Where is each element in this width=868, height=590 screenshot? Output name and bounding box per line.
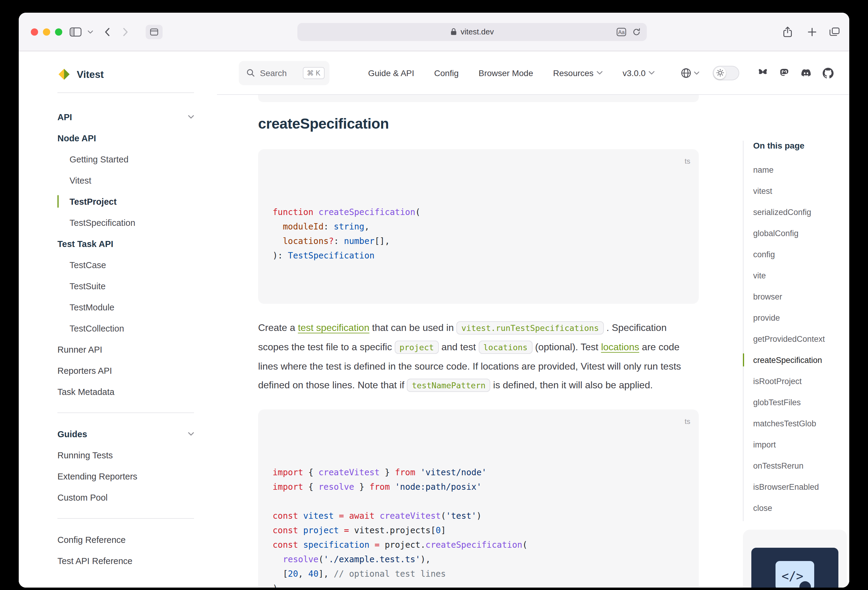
outline-item-isbrowserenabled[interactable]: isBrowserEnabled	[743, 477, 849, 497]
sidebar-item-label: TestCase	[69, 260, 106, 270]
outline-item-config[interactable]: config	[743, 244, 849, 265]
nav-link-v3-0-0[interactable]: v3.0.0	[623, 68, 655, 78]
outline-item-name[interactable]: name	[743, 159, 849, 181]
nav-link-config[interactable]: Config	[434, 68, 459, 78]
sidebar-item-guides[interactable]: Guides	[58, 423, 194, 444]
doc-link-locations[interactable]: locations	[601, 342, 639, 352]
minimize-window-button[interactable]	[43, 28, 50, 35]
reload-button[interactable]	[632, 28, 641, 36]
sidebar-item-getting-started[interactable]: Getting Started	[58, 149, 194, 170]
zoom-window-button[interactable]	[55, 28, 62, 35]
theme-toggle[interactable]	[713, 66, 739, 80]
new-tab-button[interactable]	[807, 27, 816, 36]
sidebar-item-vitest[interactable]: Vitest	[58, 170, 194, 191]
page-title: createSpecification	[258, 114, 699, 134]
nav-link-browser-mode[interactable]: Browser Mode	[479, 68, 533, 78]
sidebar-item-api[interactable]: API	[58, 106, 194, 127]
nav-links: Guide & APIConfigBrowser ModeResourcesv3…	[368, 68, 655, 78]
sidebar-item-config-reference[interactable]: Config Reference	[58, 529, 194, 550]
chevron-down-icon	[694, 71, 699, 75]
search-button[interactable]: Search ⌘ K	[239, 61, 329, 85]
code-line: const vitest = await createVitest('test'…	[273, 509, 684, 523]
sidebar-item-custom-pool[interactable]: Custom Pool	[58, 487, 194, 508]
tab-overview-button[interactable]	[829, 27, 840, 37]
search-label: Search	[260, 68, 287, 78]
outline-item-globtestfiles[interactable]: globTestFiles	[743, 392, 849, 413]
search-shortcut: ⌘ K	[303, 67, 325, 79]
browser-titlebar: vitest.dev Aa	[19, 13, 849, 51]
outline-item-serializedconfig[interactable]: serializedConfig	[743, 202, 849, 223]
sponsor-image: </>	[751, 548, 838, 588]
inline-code-link-testnamepattern[interactable]: testNamePattern	[407, 379, 490, 392]
sidebar-menu-chevron[interactable]	[88, 30, 93, 34]
mastodon-icon	[779, 68, 790, 78]
traffic-lights	[31, 28, 62, 35]
sponsor-card[interactable]: </>	[743, 530, 847, 588]
search-icon	[246, 68, 255, 77]
mastodon-link[interactable]	[779, 68, 790, 78]
discord-link[interactable]	[800, 68, 812, 78]
outline-item-isrootproject[interactable]: isRootProject	[743, 371, 849, 392]
nav-link-guide-api[interactable]: Guide & API	[368, 68, 414, 78]
sidebar-item-testcollection[interactable]: TestCollection	[58, 318, 194, 339]
outline-item-globalconfig[interactable]: globalConfig	[743, 223, 849, 244]
close-window-button[interactable]	[31, 28, 38, 35]
vitest-logo-icon	[58, 68, 71, 81]
sidebar-item-testcase[interactable]: TestCase	[58, 254, 194, 275]
main-column: Search ⌘ K Guide & APIConfigBrowser Mode…	[217, 51, 849, 588]
outline-item-matchestestglob[interactable]: matchesTestGlob	[743, 413, 849, 434]
outline-item-ontestsrerun[interactable]: onTestsRerun	[743, 455, 849, 477]
inline-code-link-vitest-runtestspecifications[interactable]: vitest.runTestSpecifications	[456, 321, 604, 334]
github-link[interactable]	[823, 67, 834, 78]
outline-item-getprovidedcontext[interactable]: getProvidedContext	[743, 328, 849, 350]
bluesky-link[interactable]	[757, 68, 768, 78]
outline-item-close[interactable]: close	[743, 497, 849, 519]
sidebar-item-label: Config Reference	[58, 535, 126, 544]
sidebar-item-testsuite[interactable]: TestSuite	[58, 275, 194, 297]
vitest-logo[interactable]: Vitest	[58, 60, 194, 89]
outline-item-vite[interactable]: vite	[743, 265, 849, 286]
sidebar-item-test-task-api[interactable]: Test Task API	[58, 233, 194, 254]
sidebar-item-reporters-api[interactable]: Reporters API	[58, 360, 194, 381]
sidebar-item-label: Task Metadata	[58, 387, 115, 396]
nav-link-resources[interactable]: Resources	[553, 68, 603, 78]
outline-item-createspecification[interactable]: createSpecification	[743, 350, 849, 371]
translate-button[interactable]: Aa	[617, 28, 626, 36]
sidebar-item-test-api-reference[interactable]: Test API Reference	[58, 550, 194, 571]
doc-text: and test	[439, 342, 479, 352]
sidebar-item-testproject[interactable]: TestProject	[58, 191, 194, 212]
github-icon	[823, 67, 834, 78]
outline-item-vitest[interactable]: vitest	[743, 181, 849, 202]
share-button[interactable]	[783, 26, 793, 37]
outline-active-marker	[743, 353, 744, 366]
sidebar-item-label: API	[58, 112, 72, 122]
outline-item-import[interactable]: import	[743, 434, 849, 455]
translate-icon: Aa	[617, 28, 626, 36]
outline-heading: On this page	[743, 137, 849, 159]
back-button[interactable]	[105, 27, 110, 36]
language-button[interactable]	[681, 67, 699, 78]
page-settings-button[interactable]	[146, 25, 162, 39]
forward-button[interactable]	[123, 27, 128, 36]
sidebar-item-testspecification[interactable]: TestSpecification	[58, 212, 194, 233]
address-bar[interactable]: vitest.dev Aa	[297, 23, 647, 41]
outline-item-provide[interactable]: provide	[743, 308, 849, 328]
nav-link-label: Guide & API	[368, 68, 414, 78]
sidebar-item-extending-reporters[interactable]: Extending Reporters	[58, 466, 194, 487]
code-line: function createSpecification(	[273, 205, 684, 219]
sidebar-toggle-button[interactable]	[69, 27, 81, 37]
sidebar-item-task-metadata[interactable]: Task Metadata	[58, 381, 194, 402]
code-line: locations?: number[],	[273, 234, 684, 248]
sidebar-item-testmodule[interactable]: TestModule	[58, 297, 194, 318]
social-links	[757, 67, 834, 78]
outline-item-browser[interactable]: browser	[743, 286, 849, 308]
sidebar-item-label: Test API Reference	[58, 556, 132, 565]
sidebar-toggle-icon	[69, 27, 81, 37]
bluesky-icon	[757, 68, 768, 78]
sidebar-item-node-api[interactable]: Node API	[58, 127, 194, 149]
sidebar-item-runner-api[interactable]: Runner API	[58, 339, 194, 360]
doc-link-test-specification[interactable]: test specification	[298, 322, 370, 333]
sidebar-item-running-tests[interactable]: Running Tests	[58, 444, 194, 466]
nav-link-label: v3.0.0	[623, 68, 645, 78]
doc-sidebar: Vitest APINode APIGetting StartedVitestT…	[19, 51, 217, 588]
